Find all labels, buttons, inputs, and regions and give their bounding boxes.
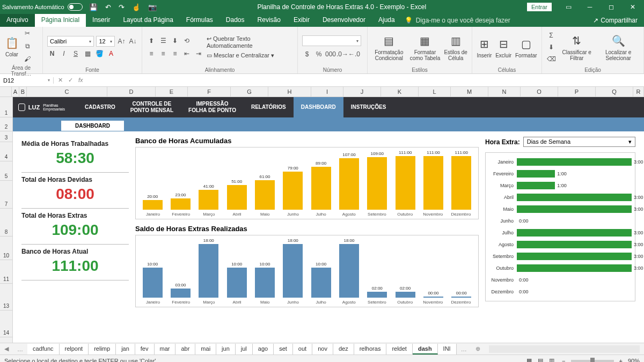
align-center-icon[interactable]: ≡ (158, 49, 168, 58)
italic-button[interactable]: I (59, 49, 69, 58)
fill-icon[interactable]: ⬇ (546, 42, 556, 52)
nav-controle de[interactable]: CONTROLE DE PONTO MENSAL (123, 97, 181, 117)
font-color-icon[interactable]: A (106, 49, 116, 58)
nav-impressão[interactable]: IMPRESSÃO FOLHA DE PONTO (181, 97, 244, 117)
hora-extra-select[interactable]: Dias de Semana▾ (523, 137, 635, 147)
share-button[interactable]: ↗ Compartilhar (587, 14, 644, 27)
format-painter-icon[interactable]: 🖌 (23, 54, 32, 64)
sheet-tab-nov[interactable]: nov (312, 344, 333, 354)
underline-button[interactable]: S (71, 49, 80, 58)
save-icon[interactable]: 💾 (89, 3, 98, 11)
sheet-tab-cadfunc[interactable]: cadfunc (27, 344, 60, 354)
tab-dados[interactable]: Dados (219, 14, 251, 27)
nav-dashboard[interactable]: DASHBOARD (294, 97, 343, 117)
maximize-icon[interactable]: ◻ (602, 3, 620, 11)
row-header-14[interactable]: 14 (0, 311, 12, 337)
col-header-N[interactable]: N (488, 87, 521, 97)
sheet-tab-INI[interactable]: INI (438, 344, 457, 354)
indent-increase-icon[interactable]: ⇥ (194, 49, 203, 58)
col-header-B[interactable]: B (19, 87, 27, 97)
close-icon[interactable]: ✕ (624, 3, 642, 11)
col-header-M[interactable]: M (451, 87, 488, 97)
col-header-K[interactable]: K (381, 87, 419, 97)
orientation-icon[interactable]: ⟲ (182, 36, 192, 46)
row-header-3[interactable]: 3 (0, 131, 12, 142)
confirm-formula-icon[interactable]: ✓ (68, 77, 73, 84)
sheet-tab-ago[interactable]: ago (253, 344, 274, 354)
cell-styles-button[interactable]: ▥Estilos de Célula (444, 33, 467, 61)
grid-content[interactable]: LUZ Planilhas Empresariais CADASTROCONTR… (13, 97, 644, 343)
new-sheet-icon[interactable]: ⊕ (471, 345, 485, 352)
col-header-J[interactable]: J (343, 87, 381, 97)
merge-button[interactable]: ▭ Mesclar e Centralizar ▾ (207, 52, 293, 59)
horizontal-scrollbar[interactable] (489, 345, 640, 353)
sheet-tab-out[interactable]: out (293, 344, 312, 354)
col-header-C[interactable]: C (27, 87, 107, 97)
font-size-select[interactable]: 12▾ (96, 36, 115, 47)
sheet-tab-dez[interactable]: dez (333, 344, 354, 354)
sheet-tab-mar[interactable]: mar (155, 344, 176, 354)
grow-font-icon[interactable]: A↑ (117, 36, 126, 46)
nav-cadastro[interactable]: CADASTRO (77, 97, 123, 117)
col-header-F[interactable]: F (188, 87, 231, 97)
nav-instruções[interactable]: INSTRUÇÕES (343, 97, 394, 117)
find-select-button[interactable]: 🔍Localizar e Selecionar (597, 33, 639, 61)
tab-formulas[interactable]: Fórmulas (180, 14, 219, 27)
page-break-icon[interactable]: ▥ (547, 357, 557, 362)
dashboard-subtab[interactable]: DASHBOARD (61, 121, 124, 131)
col-header-A[interactable]: A (12, 87, 19, 97)
minimize-icon[interactable]: ─ (581, 3, 599, 11)
delete-cells-button[interactable]: ⊟Excluir (495, 36, 511, 58)
row-header-7[interactable]: 7 (0, 181, 12, 209)
conditional-format-button[interactable]: ▤Formatação Condicional (372, 33, 406, 61)
col-header-Q[interactable]: Q (596, 87, 633, 97)
row-header-2[interactable]: 2 (0, 117, 12, 131)
row-header-1[interactable]: 1 (0, 97, 12, 117)
sheet-tab-reldet[interactable]: reldet (386, 344, 413, 354)
fx-icon[interactable]: fx (78, 77, 83, 84)
nav-relatórios[interactable]: RELATÓRIOS (244, 97, 294, 117)
font-name-select[interactable]: Calibri▾ (47, 36, 94, 47)
page-layout-icon[interactable]: ▤ (536, 357, 545, 362)
sheet-tab-relimp[interactable]: relimp (89, 344, 116, 354)
number-format-select[interactable]: ▾ (302, 35, 361, 46)
percent-icon[interactable]: % (314, 49, 324, 59)
col-header-R[interactable]: R (633, 87, 644, 97)
sheet-tab-set[interactable]: set (274, 344, 293, 354)
tab-layout[interactable]: Layout da Página (116, 14, 179, 27)
undo-icon[interactable]: ↶ (105, 3, 111, 11)
comma-icon[interactable]: 000 (326, 49, 335, 59)
bold-button[interactable]: N (47, 49, 57, 58)
row-header-5[interactable]: 5 (0, 161, 12, 181)
format-table-button[interactable]: ▦Formatar como Tabela (409, 33, 441, 61)
wrap-text-button[interactable]: ↩ Quebrar Texto Automaticamente (207, 35, 293, 49)
tab-desenvolvedor[interactable]: Desenvolvedor (316, 14, 372, 27)
indent-decrease-icon[interactable]: ⇤ (182, 49, 192, 58)
border-icon[interactable]: ▦ (83, 49, 92, 58)
col-header-L[interactable]: L (419, 87, 451, 97)
col-header-O[interactable]: O (521, 87, 558, 97)
normal-view-icon[interactable]: ▦ (524, 357, 534, 362)
currency-icon[interactable]: $ (302, 49, 312, 59)
col-header-E[interactable]: E (156, 87, 188, 97)
camera-icon[interactable]: 📷 (148, 3, 157, 11)
align-middle-icon[interactable]: ☰ (158, 36, 168, 46)
redo-icon[interactable]: ↷ (119, 3, 125, 11)
sheet-tab-jan[interactable]: jan (116, 344, 135, 354)
sheet-tab-abr[interactable]: abr (175, 344, 195, 354)
copy-icon[interactable]: ⧉ (23, 41, 32, 51)
row-header-10[interactable]: 10 (0, 237, 12, 260)
sheet-tab-dash[interactable]: dash (413, 344, 438, 354)
sheet-tab-jul[interactable]: jul (236, 344, 253, 354)
inc-decimal-icon[interactable]: .0→ (338, 49, 347, 59)
name-box[interactable]: D12▾ (0, 77, 54, 84)
col-header-P[interactable]: P (558, 87, 596, 97)
align-bottom-icon[interactable]: ⬇ (170, 36, 180, 46)
tab-revisao[interactable]: Revisão (251, 14, 287, 27)
sheet-nav-more-icon[interactable]: … (13, 346, 27, 352)
col-header-H[interactable]: H (268, 87, 311, 97)
signin-button[interactable]: Entrar (527, 3, 552, 11)
row-header-13[interactable]: 13 (0, 284, 12, 311)
touch-icon[interactable]: ☝ (132, 3, 141, 11)
ribbon-options-icon[interactable]: ▭ (559, 3, 577, 11)
